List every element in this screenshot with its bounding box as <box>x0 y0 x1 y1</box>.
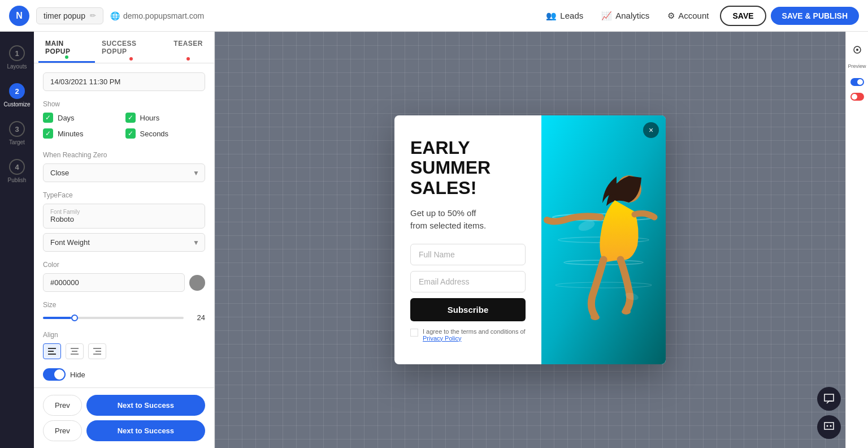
size-section: Size 24 <box>43 301 205 322</box>
toggle-off-1[interactable] <box>850 93 864 101</box>
footer-row-2: Prev Next to Success <box>43 420 205 441</box>
popup-subscribe-button[interactable]: Subscribe <box>410 298 526 321</box>
right-panel: Preview <box>845 32 868 448</box>
step-label-customize: Customize <box>3 101 30 107</box>
font-weight-select-wrapper: Font Weight Regular Bold ▼ <box>43 233 205 252</box>
popup-title: EARLYSUMMERSALES! <box>410 138 526 198</box>
step-label-layouts: Layouts <box>7 63 27 70</box>
app-logo[interactable]: N <box>9 6 29 26</box>
chat-bubble-1[interactable] <box>817 387 841 411</box>
analytics-nav-item[interactable]: 📈 Analytics <box>594 7 656 24</box>
popup-subtitle: Get up to 50% offfrom selected items. <box>410 207 526 232</box>
align-row <box>43 343 205 359</box>
main-content: MAIN POPUP SUCCESS POPUP TEASER Show <box>34 32 845 448</box>
step-customize[interactable]: 2 Customize <box>0 79 34 112</box>
datetime-input[interactable] <box>43 72 205 91</box>
save-button[interactable]: SAVE <box>720 6 766 26</box>
size-slider-thumb[interactable] <box>71 315 78 321</box>
size-slider-track[interactable] <box>43 317 184 319</box>
prev-button-1[interactable]: Prev <box>43 395 82 416</box>
color-section: Color <box>43 261 205 292</box>
popup-privacy-checkbox[interactable] <box>410 329 418 337</box>
step-sidebar: 1 Layouts 2 Customize 3 Target 4 Publish <box>0 32 34 448</box>
step-label-target: Target <box>9 139 25 145</box>
align-center-button[interactable] <box>66 343 84 359</box>
gear-icon: ⚙ <box>667 11 675 21</box>
svg-point-22 <box>830 425 832 427</box>
when-reaching-zero-select[interactable]: Close Restart Hide <box>43 163 205 182</box>
font-family-selector[interactable]: Font Family Roboto ▼ <box>43 204 205 229</box>
svg-rect-5 <box>71 354 79 355</box>
step-publish[interactable]: 4 Publish <box>0 154 34 188</box>
checkbox-seconds[interactable]: Seconds <box>125 128 206 139</box>
next-button-2[interactable]: Next to Success <box>86 420 205 441</box>
popup-image-panel <box>541 115 666 364</box>
next-button-1[interactable]: Next to Success <box>86 395 205 416</box>
step-layouts[interactable]: 1 Layouts <box>0 41 34 74</box>
checkbox-minutes[interactable]: Minutes <box>43 128 123 139</box>
checkbox-days-icon <box>43 113 53 123</box>
chat-bubbles <box>817 387 841 439</box>
checkbox-seconds-icon <box>125 128 136 139</box>
left-panel: MAIN POPUP SUCCESS POPUP TEASER Show <box>34 32 215 448</box>
account-nav-item[interactable]: ⚙ Account <box>661 7 715 24</box>
svg-point-21 <box>827 425 828 427</box>
step-num-2: 2 <box>9 83 25 99</box>
show-section: Show Days Hours Minutes <box>43 100 205 142</box>
svg-rect-4 <box>72 351 77 352</box>
hide-toggle[interactable] <box>43 368 66 381</box>
step-num-1: 1 <box>9 45 25 61</box>
popup-privacy-row: I agree to the terms and conditions of P… <box>410 328 526 342</box>
svg-rect-7 <box>96 351 101 352</box>
color-input[interactable] <box>43 273 185 292</box>
hide-row: Hide <box>43 368 205 381</box>
svg-rect-3 <box>71 348 79 349</box>
step-label-publish: Publish <box>8 177 27 183</box>
tab-main-popup[interactable]: MAIN POPUP <box>38 32 95 63</box>
hide-section: Hide <box>43 368 205 381</box>
success-popup-dot <box>129 57 133 61</box>
font-family-value: Roboto <box>50 215 198 223</box>
show-label: Show <box>43 100 205 108</box>
svg-rect-0 <box>48 348 56 349</box>
align-left-button[interactable] <box>43 343 61 359</box>
popup-preview: × EARLYSUMMERSALES! Get up to 50% offfro… <box>394 115 666 364</box>
checkbox-hours[interactable]: Hours <box>125 113 206 123</box>
font-weight-select[interactable]: Font Weight Regular Bold <box>43 233 205 252</box>
when-reaching-zero-section: When Reaching Zero Close Restart Hide ▼ <box>43 151 205 182</box>
tab-success-popup[interactable]: SUCCESS POPUP <box>95 32 167 63</box>
tab-teaser[interactable]: TEASER <box>167 32 210 63</box>
save-publish-button[interactable]: SAVE & PUBLISH <box>771 7 859 25</box>
color-label: Color <box>43 261 205 269</box>
panel-footer: Prev Next to Success Prev Next to Succes… <box>34 387 214 448</box>
analytics-icon: 📈 <box>601 11 612 21</box>
color-swatch[interactable] <box>189 275 205 291</box>
edit-icon[interactable]: ✏ <box>90 11 96 20</box>
step-target[interactable]: 3 Target <box>0 117 34 150</box>
privacy-policy-link[interactable]: Privacy Policy <box>423 335 461 342</box>
leads-nav-item[interactable]: 👥 Leads <box>539 7 590 24</box>
project-name-input[interactable]: timer popup ✏ <box>36 7 103 24</box>
preview-label-area: Preview <box>848 63 866 69</box>
popup-close-button[interactable]: × <box>643 122 659 138</box>
size-slider-fill <box>43 317 71 319</box>
align-section: Align <box>43 331 205 359</box>
popup-fullname-input[interactable] <box>410 244 526 265</box>
popup-email-input[interactable] <box>410 271 526 292</box>
svg-rect-8 <box>93 354 101 355</box>
align-right-button[interactable] <box>88 343 106 359</box>
globe-icon: 🌐 <box>110 11 120 20</box>
toggle-on-1[interactable] <box>850 78 864 86</box>
step-num-3: 3 <box>9 121 25 137</box>
footer-row-1: Prev Next to Success <box>43 395 205 416</box>
prev-button-2[interactable]: Prev <box>43 420 82 441</box>
checkbox-hours-icon <box>125 113 136 123</box>
svg-point-20 <box>856 49 858 51</box>
checkbox-days[interactable]: Days <box>43 113 123 123</box>
font-family-hint: Font Family <box>50 209 198 215</box>
preview-text: Preview <box>848 63 866 69</box>
svg-point-15 <box>591 315 600 320</box>
preview-icon[interactable] <box>848 41 866 59</box>
size-row: 24 <box>43 313 205 322</box>
chat-bubble-2[interactable] <box>817 415 841 439</box>
